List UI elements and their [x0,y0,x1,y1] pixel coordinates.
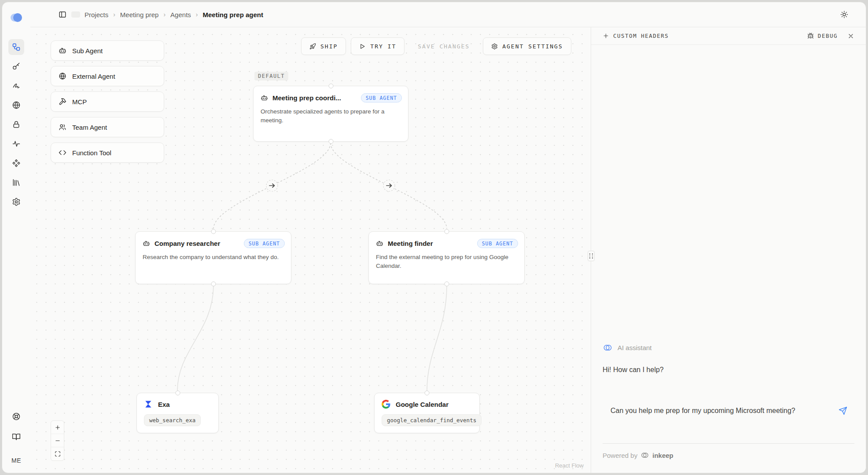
zoom-in-button[interactable] [51,421,64,434]
node-google-calendar-tool[interactable]: Google Calendar google_calendar_find_eve… [374,393,480,433]
inkeep-logo-icon [603,343,613,353]
node-handle[interactable] [328,84,333,88]
rocket-icon [309,43,316,50]
bug-icon [807,33,814,39]
save-changes-button[interactable]: SAVE CHANGES [409,37,478,55]
custom-headers-button[interactable]: CUSTOM HEADERS [603,33,669,39]
node-description: Research the company to understand what … [136,248,291,269]
sub-agent-badge: SUB AGENT [244,239,285,248]
hammer-icon [59,98,66,106]
panel-toggle-button[interactable] [59,11,66,18]
breadcrumb-item-agents[interactable]: Agents [170,11,191,18]
sun-icon [840,11,848,18]
rail-nav [8,39,24,210]
chat-input[interactable]: Can you help me prep for my upcoming Mic… [611,406,806,428]
sidebar-item-settings[interactable] [8,194,24,210]
node-handle[interactable] [444,229,449,234]
maximize-icon [55,451,61,457]
sub-agent-badge: SUB AGENT [361,93,402,102]
plus-icon [603,33,609,39]
globe-icon [59,72,66,80]
palette-item-function-tool[interactable]: Function Tool [51,142,164,163]
scribble-icon [12,81,21,90]
close-panel-button[interactable] [847,33,854,40]
sidebar-item-graph[interactable] [8,39,24,55]
edge-arrow-badge[interactable] [266,180,278,191]
palette-item-label: Sub Agent [72,47,103,55]
node-handle[interactable] [328,139,333,144]
node-handle[interactable] [444,281,449,286]
zoom-out-button[interactable] [51,434,64,447]
edge-arrow-badge[interactable] [383,180,395,191]
inkeep-logo-icon [640,451,649,460]
tool-name-pill: google_calendar_find_events [382,414,482,426]
breadcrumb-separator: › [113,11,115,18]
node-handle[interactable] [211,229,216,234]
chat-input-area: Can you help me prep for my upcoming Mic… [603,400,854,444]
sidebar-item-components[interactable] [8,155,24,171]
google-logo-icon [382,400,390,409]
sidebar-item-docs[interactable] [8,429,24,445]
node-title: Meeting prep coordi... [272,94,341,102]
bot-icon [59,47,66,55]
sidebar-item-external[interactable] [8,97,24,113]
send-icon [839,406,847,415]
ship-button[interactable]: SHIP [301,37,346,55]
sidebar-item-scribble[interactable] [8,78,24,94]
assistant-message: Hi! How can I help? [603,366,854,374]
agent-settings-label: AGENT SETTINGS [502,43,563,50]
breadcrumb-item-project[interactable]: Meeting prep [120,11,159,18]
node-handle[interactable] [211,281,216,286]
sidebar-item-library[interactable] [8,175,24,190]
node-description: Find the external meeting to prep for us… [369,248,524,278]
node-handle[interactable] [175,391,180,395]
send-button[interactable] [839,406,847,417]
globe-icon [12,101,21,110]
breadcrumb-current: Meeting prep agent [202,11,263,18]
app-window: ME Projects › Meeting prep › Agents › Me… [2,2,866,473]
node-title: Exa [158,401,170,408]
assistant-label: AI assistant [618,344,652,351]
exa-logo-icon [144,400,153,409]
node-handle[interactable] [425,391,430,395]
node-title: Google Calendar [396,401,449,408]
theme-toggle-button[interactable] [840,11,848,18]
topbar: Projects › Meeting prep › Agents › Meeti… [30,2,866,27]
flow-canvas[interactable]: Sub Agent External Agent MCP Team Agent [30,27,591,473]
palette-item-mcp[interactable]: MCP [51,91,164,112]
chat-body: AI assistant Hi! How can I help? Can you… [591,45,866,473]
breadcrumb: Projects › Meeting prep › Agents › Meeti… [85,11,263,18]
activity-icon [12,139,21,148]
gear-icon [12,197,21,206]
life-buoy-icon [12,412,21,421]
user-avatar[interactable]: ME [11,457,21,464]
palette-item-label: Team Agent [72,124,107,131]
panel-left-icon [59,11,66,18]
react-flow-attribution[interactable]: React Flow [555,462,584,469]
sidebar-item-help[interactable] [8,409,24,424]
assistant-panel: CUSTOM HEADERS DEBUG [591,27,866,473]
sidebar-item-credentials[interactable] [8,117,24,132]
fit-view-button[interactable] [51,447,64,460]
node-meeting-finder[interactable]: Meeting finder SUB AGENT Find the extern… [368,231,525,284]
try-it-button[interactable]: TRY IT [351,37,405,55]
debug-button[interactable]: DEBUG [807,33,838,39]
sidebar-item-api-keys[interactable] [8,58,24,74]
components-icon [12,159,21,168]
palette-item-team-agent[interactable]: Team Agent [51,117,164,137]
palette-item-external-agent[interactable]: External Agent [51,66,164,86]
sidebar-item-activity[interactable] [8,136,24,152]
node-company-researcher[interactable]: Company researcher SUB AGENT Research th… [135,231,291,284]
panel-resize-handle[interactable] [588,251,595,261]
palette-item-label: Function Tool [72,149,111,157]
breadcrumb-item-projects[interactable]: Projects [85,11,108,18]
node-meeting-prep-coordinator[interactable]: Meeting prep coordi... SUB AGENT Orchest… [253,86,408,142]
try-it-label: TRY IT [370,43,396,50]
agent-settings-button[interactable]: AGENT SETTINGS [483,37,571,55]
code-icon [59,149,66,157]
node-exa-tool[interactable]: Exa web_search_exa [136,393,219,433]
bot-icon [376,240,383,247]
assistant-identity: AI assistant [603,343,854,353]
powered-by[interactable]: Powered by inkeep [603,451,854,473]
palette-item-sub-agent[interactable]: Sub Agent [51,40,164,61]
